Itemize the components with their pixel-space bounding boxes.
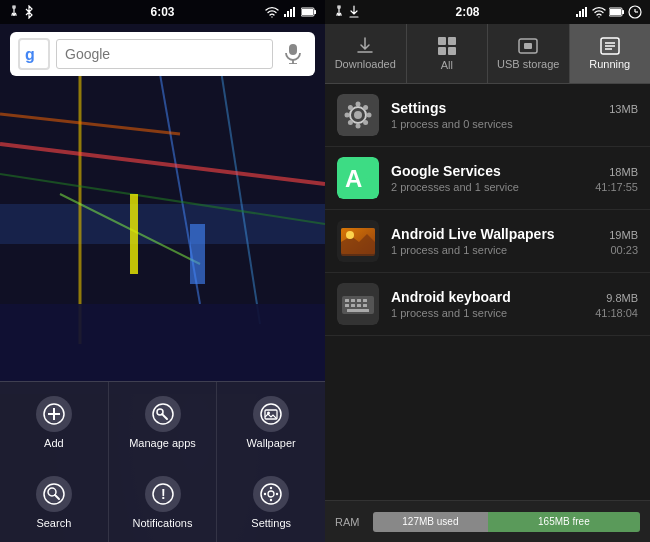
- menu-item-add[interactable]: Add: [0, 382, 109, 462]
- right-panel: 2:08 Downloaded All: [325, 0, 650, 542]
- google-logo: g: [18, 38, 50, 70]
- google-services-app-detail: 2 processes and 1 service: [391, 181, 519, 193]
- app-tab-bar: Downloaded All USB storage Running: [325, 24, 650, 84]
- google-services-app-size: 18MB: [609, 166, 638, 178]
- svg-rect-57: [448, 47, 456, 55]
- svg-rect-44: [576, 14, 578, 17]
- settings-icon: [253, 476, 289, 512]
- menu-row-2: Search ! Notifications Settings: [0, 462, 325, 542]
- settings-app-info: Settings 13MB 1 process and 0 services: [391, 100, 638, 130]
- menu-item-settings[interactable]: Settings: [217, 462, 325, 542]
- svg-rect-47: [585, 7, 587, 17]
- menu-item-search[interactable]: Search: [0, 462, 109, 542]
- search-bar[interactable]: g: [10, 32, 315, 76]
- usb-icon: [8, 5, 20, 19]
- settings-app-name: Settings: [391, 100, 446, 116]
- left-status-icons: [8, 5, 34, 19]
- svg-rect-91: [347, 309, 369, 312]
- ram-label: RAM: [335, 516, 365, 528]
- google-services-app-info: Google Services 18MB 2 processes and 1 s…: [391, 163, 638, 193]
- svg-point-74: [348, 120, 353, 125]
- keyboard-app-info: Android keyboard 9.8MB 1 process and 1 s…: [391, 289, 638, 319]
- svg-rect-10: [190, 224, 205, 284]
- left-time: 6:03: [150, 5, 174, 19]
- right-right-icons: [575, 5, 642, 19]
- svg-rect-46: [582, 9, 584, 17]
- tab-all-label: All: [441, 59, 453, 71]
- svg-point-71: [348, 105, 353, 110]
- svg-point-39: [268, 491, 274, 497]
- mic-icon[interactable]: [279, 40, 307, 68]
- right-left-icons: [333, 5, 360, 19]
- svg-rect-56: [438, 47, 446, 55]
- bg-lines: [0, 24, 325, 394]
- svg-point-70: [367, 113, 372, 118]
- signal-icon-left: [283, 6, 297, 18]
- menu-item-wallpaper[interactable]: Wallpaper: [217, 382, 325, 462]
- ram-free: 165MB free: [488, 512, 640, 532]
- keyboard-app-size: 9.8MB: [606, 292, 638, 304]
- svg-rect-59: [524, 43, 532, 49]
- svg-point-72: [363, 120, 368, 125]
- svg-line-35: [55, 495, 59, 499]
- wallpaper-label: Wallpaper: [247, 437, 296, 449]
- tab-usb-storage[interactable]: USB storage: [488, 24, 570, 83]
- bottom-menu: Add Manage apps Wallpaper: [0, 381, 325, 542]
- menu-item-notifications[interactable]: ! Notifications: [109, 462, 218, 542]
- svg-rect-15: [293, 7, 295, 17]
- svg-point-33: [44, 484, 64, 504]
- svg-rect-90: [363, 304, 367, 307]
- google-services-app-time: 41:17:55: [595, 181, 638, 193]
- app-item-settings[interactable]: Settings 13MB 1 process and 0 services: [325, 84, 650, 147]
- search-icon: [36, 476, 72, 512]
- svg-point-67: [356, 102, 361, 107]
- wallpaper-icon: [253, 396, 289, 432]
- settings-app-size: 13MB: [609, 103, 638, 115]
- svg-point-42: [264, 492, 266, 494]
- notifications-icon: !: [145, 476, 181, 512]
- tab-downloaded[interactable]: Downloaded: [325, 24, 407, 83]
- search-label: Search: [36, 517, 71, 529]
- svg-rect-17: [314, 10, 316, 14]
- tab-usb-label: USB storage: [497, 58, 559, 70]
- right-time: 2:08: [455, 5, 479, 19]
- usb-storage-tab-icon: [517, 37, 539, 55]
- battery-icon-left: [301, 7, 317, 17]
- ram-track: 127MB used 165MB free: [373, 512, 640, 532]
- svg-rect-50: [610, 9, 621, 15]
- svg-rect-86: [363, 299, 367, 302]
- download-icon-right: [348, 5, 360, 19]
- tab-running[interactable]: Running: [570, 24, 651, 83]
- menu-item-manage-apps[interactable]: Manage apps: [109, 382, 218, 462]
- svg-text:g: g: [25, 46, 35, 63]
- svg-point-69: [345, 113, 350, 118]
- search-input[interactable]: [56, 39, 273, 69]
- battery-icon-right: [609, 7, 625, 17]
- status-bar-left: 6:03: [0, 0, 325, 24]
- svg-rect-21: [289, 44, 297, 55]
- svg-rect-87: [345, 304, 349, 307]
- app-item-live-wallpapers[interactable]: Android Live Wallpapers 19MB 1 process a…: [325, 210, 650, 273]
- keyboard-app-icon: [337, 283, 379, 325]
- tab-all[interactable]: All: [407, 24, 489, 83]
- tab-downloaded-label: Downloaded: [335, 58, 396, 70]
- svg-rect-85: [357, 299, 361, 302]
- signal-icon-right: [575, 6, 589, 18]
- svg-point-80: [346, 231, 354, 239]
- svg-point-43: [276, 492, 278, 494]
- bluetooth-icon: [24, 5, 34, 19]
- ram-free-label: 165MB free: [538, 516, 590, 527]
- svg-rect-84: [351, 299, 355, 302]
- svg-text:!: !: [161, 486, 166, 502]
- manage-apps-label: Manage apps: [129, 437, 196, 449]
- manage-apps-icon: [145, 396, 181, 432]
- app-item-keyboard[interactable]: Android keyboard 9.8MB 1 process and 1 s…: [325, 273, 650, 336]
- svg-point-30: [261, 404, 281, 424]
- svg-rect-49: [622, 10, 624, 14]
- app-item-google-services[interactable]: A Google Services 18MB 2 processes and 1…: [325, 147, 650, 210]
- svg-rect-13: [287, 11, 289, 17]
- live-wallpapers-app-icon: [337, 220, 379, 262]
- tab-running-label: Running: [589, 58, 630, 70]
- live-wallpapers-app-info: Android Live Wallpapers 19MB 1 process a…: [391, 226, 638, 256]
- svg-rect-12: [284, 14, 286, 17]
